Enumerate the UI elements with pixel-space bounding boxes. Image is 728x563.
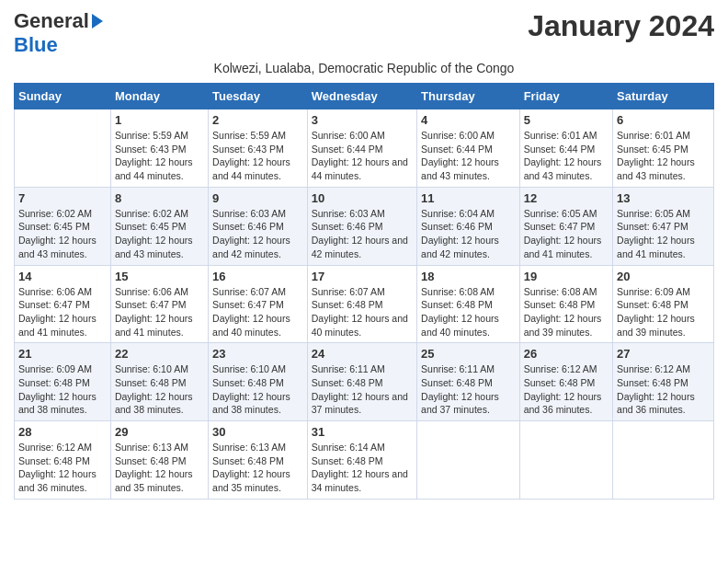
day-number: 3 [312, 113, 413, 127]
title-block: January 2024 [528, 9, 714, 43]
cell-info: Sunrise: 6:00 AMSunset: 6:44 PMDaylight:… [421, 129, 516, 183]
cell-info: Sunrise: 6:11 AMSunset: 6:48 PMDaylight:… [421, 362, 516, 417]
calendar-cell: 31Sunrise: 6:14 AMSunset: 6:48 PMDayligh… [307, 421, 416, 500]
cell-info: Sunrise: 6:10 AMSunset: 6:48 PMDaylight:… [212, 362, 303, 417]
cell-info: Sunrise: 6:09 AMSunset: 6:48 PMDaylight:… [617, 285, 710, 339]
calendar-cell [15, 109, 111, 188]
day-number: 12 [524, 191, 609, 205]
day-number: 9 [212, 191, 303, 205]
cell-info: Sunrise: 6:05 AMSunset: 6:47 PMDaylight:… [617, 207, 710, 261]
cell-info: Sunrise: 6:01 AMSunset: 6:45 PMDaylight:… [617, 129, 710, 183]
calendar-cell: 28Sunrise: 6:12 AMSunset: 6:48 PMDayligh… [15, 421, 111, 500]
cell-info: Sunrise: 6:14 AMSunset: 6:48 PMDaylight:… [312, 441, 413, 495]
cell-info: Sunrise: 6:06 AMSunset: 6:47 PMDaylight:… [115, 285, 204, 339]
calendar-cell: 30Sunrise: 6:13 AMSunset: 6:48 PMDayligh… [209, 421, 308, 500]
cell-info: Sunrise: 6:10 AMSunset: 6:48 PMDaylight:… [115, 362, 204, 417]
day-number: 14 [18, 270, 107, 283]
main-title: January 2024 [528, 9, 714, 43]
page-header: General Blue January 2024 [14, 9, 714, 57]
col-header-sunday: Sunday [15, 84, 111, 109]
day-number: 7 [18, 191, 107, 205]
day-number: 28 [18, 425, 107, 439]
cell-info: Sunrise: 6:02 AMSunset: 6:45 PMDaylight:… [115, 207, 204, 261]
day-number: 6 [617, 113, 710, 127]
cell-info: Sunrise: 6:06 AMSunset: 6:47 PMDaylight:… [18, 285, 107, 339]
calendar-cell: 24Sunrise: 6:11 AMSunset: 6:48 PMDayligh… [307, 343, 416, 421]
calendar-cell: 12Sunrise: 6:05 AMSunset: 6:47 PMDayligh… [519, 187, 612, 265]
calendar-cell: 3Sunrise: 6:00 AMSunset: 6:44 PMDaylight… [307, 109, 416, 188]
col-header-tuesday: Tuesday [209, 84, 308, 109]
day-number: 22 [115, 347, 204, 361]
calendar-cell: 7Sunrise: 6:02 AMSunset: 6:45 PMDaylight… [15, 187, 111, 265]
day-number: 31 [312, 425, 413, 439]
day-number: 30 [212, 425, 303, 439]
col-header-monday: Monday [110, 84, 208, 109]
calendar-cell: 27Sunrise: 6:12 AMSunset: 6:48 PMDayligh… [613, 343, 714, 421]
calendar-cell: 14Sunrise: 6:06 AMSunset: 6:47 PMDayligh… [15, 265, 111, 343]
calendar-cell [519, 421, 612, 500]
calendar-cell: 22Sunrise: 6:10 AMSunset: 6:48 PMDayligh… [110, 343, 208, 421]
cell-info: Sunrise: 6:02 AMSunset: 6:45 PMDaylight:… [18, 207, 107, 261]
cell-info: Sunrise: 6:07 AMSunset: 6:48 PMDaylight:… [312, 285, 413, 339]
cell-info: Sunrise: 6:08 AMSunset: 6:48 PMDaylight:… [524, 285, 609, 339]
calendar-table: SundayMondayTuesdayWednesdayThursdayFrid… [14, 83, 714, 500]
calendar-cell: 21Sunrise: 6:09 AMSunset: 6:48 PMDayligh… [15, 343, 111, 421]
week-row-5: 28Sunrise: 6:12 AMSunset: 6:48 PMDayligh… [15, 421, 714, 500]
day-number: 23 [212, 347, 303, 361]
day-number: 15 [115, 270, 204, 283]
week-row-1: 1Sunrise: 5:59 AMSunset: 6:43 PMDaylight… [15, 109, 714, 188]
day-number: 18 [421, 270, 516, 283]
cell-info: Sunrise: 6:13 AMSunset: 6:48 PMDaylight:… [115, 441, 204, 495]
day-number: 26 [524, 347, 609, 361]
calendar-cell: 16Sunrise: 6:07 AMSunset: 6:47 PMDayligh… [209, 265, 308, 343]
day-number: 2 [212, 113, 303, 127]
cell-info: Sunrise: 6:09 AMSunset: 6:48 PMDaylight:… [18, 362, 107, 417]
day-number: 21 [18, 347, 107, 361]
calendar-cell: 17Sunrise: 6:07 AMSunset: 6:48 PMDayligh… [307, 265, 416, 343]
cell-info: Sunrise: 6:07 AMSunset: 6:47 PMDaylight:… [212, 285, 303, 339]
calendar-cell: 6Sunrise: 6:01 AMSunset: 6:45 PMDaylight… [613, 109, 714, 188]
calendar-cell: 26Sunrise: 6:12 AMSunset: 6:48 PMDayligh… [519, 343, 612, 421]
logo-general-text: General [14, 9, 89, 33]
day-number: 11 [421, 191, 516, 205]
col-header-thursday: Thursday [417, 84, 520, 109]
day-number: 27 [617, 347, 710, 361]
calendar-cell: 18Sunrise: 6:08 AMSunset: 6:48 PMDayligh… [417, 265, 520, 343]
calendar-cell: 10Sunrise: 6:03 AMSunset: 6:46 PMDayligh… [307, 187, 416, 265]
calendar-cell: 1Sunrise: 5:59 AMSunset: 6:43 PMDaylight… [110, 109, 208, 188]
cell-info: Sunrise: 6:12 AMSunset: 6:48 PMDaylight:… [524, 362, 609, 417]
calendar-cell: 11Sunrise: 6:04 AMSunset: 6:46 PMDayligh… [417, 187, 520, 265]
calendar-cell: 20Sunrise: 6:09 AMSunset: 6:48 PMDayligh… [613, 265, 714, 343]
calendar-cell: 2Sunrise: 5:59 AMSunset: 6:43 PMDaylight… [209, 109, 308, 188]
calendar-cell: 5Sunrise: 6:01 AMSunset: 6:44 PMDaylight… [519, 109, 612, 188]
calendar-cell: 23Sunrise: 6:10 AMSunset: 6:48 PMDayligh… [209, 343, 308, 421]
calendar-cell: 29Sunrise: 6:13 AMSunset: 6:48 PMDayligh… [110, 421, 208, 500]
cell-info: Sunrise: 6:12 AMSunset: 6:48 PMDaylight:… [18, 441, 107, 495]
day-number: 24 [312, 347, 413, 361]
cell-info: Sunrise: 6:08 AMSunset: 6:48 PMDaylight:… [421, 285, 516, 339]
cell-info: Sunrise: 6:03 AMSunset: 6:46 PMDaylight:… [312, 207, 413, 261]
calendar-cell: 4Sunrise: 6:00 AMSunset: 6:44 PMDaylight… [417, 109, 520, 188]
cell-info: Sunrise: 6:12 AMSunset: 6:48 PMDaylight:… [617, 362, 710, 417]
calendar-cell: 25Sunrise: 6:11 AMSunset: 6:48 PMDayligh… [417, 343, 520, 421]
day-number: 13 [617, 191, 710, 205]
cell-info: Sunrise: 6:05 AMSunset: 6:47 PMDaylight:… [524, 207, 609, 261]
col-header-saturday: Saturday [613, 84, 714, 109]
calendar-cell: 9Sunrise: 6:03 AMSunset: 6:46 PMDaylight… [209, 187, 308, 265]
day-number: 17 [312, 270, 413, 283]
cell-info: Sunrise: 6:03 AMSunset: 6:46 PMDaylight:… [212, 207, 303, 261]
week-row-2: 7Sunrise: 6:02 AMSunset: 6:45 PMDaylight… [15, 187, 714, 265]
calendar-cell: 8Sunrise: 6:02 AMSunset: 6:45 PMDaylight… [110, 187, 208, 265]
day-number: 1 [115, 113, 204, 127]
day-number: 19 [524, 270, 609, 283]
day-number: 4 [421, 113, 516, 127]
day-number: 25 [421, 347, 516, 361]
header-row: SundayMondayTuesdayWednesdayThursdayFrid… [15, 84, 714, 109]
day-number: 16 [212, 270, 303, 283]
day-number: 20 [617, 270, 710, 283]
cell-info: Sunrise: 5:59 AMSunset: 6:43 PMDaylight:… [212, 129, 303, 183]
logo-arrow-icon [92, 14, 103, 29]
cell-info: Sunrise: 6:11 AMSunset: 6:48 PMDaylight:… [312, 362, 413, 417]
col-header-friday: Friday [519, 84, 612, 109]
calendar-cell: 19Sunrise: 6:08 AMSunset: 6:48 PMDayligh… [519, 265, 612, 343]
